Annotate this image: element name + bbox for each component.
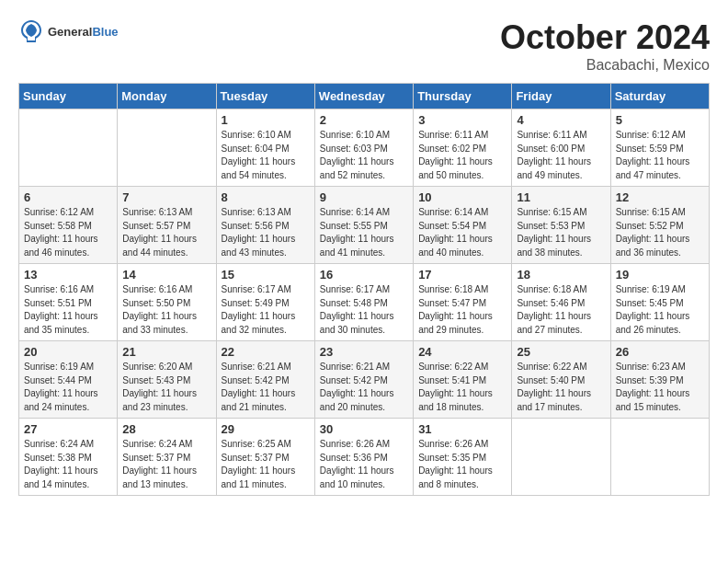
calendar-cell: 4Sunrise: 6:11 AM Sunset: 6:00 PM Daylig… (512, 109, 610, 187)
month-title: October 2024 (500, 18, 710, 57)
cell-content: Sunrise: 6:12 AM Sunset: 5:59 PM Dayligh… (616, 129, 704, 182)
header-day: Tuesday (216, 84, 314, 109)
day-number: 25 (517, 345, 605, 359)
header-day: Friday (512, 84, 610, 109)
calendar-cell: 22Sunrise: 6:21 AM Sunset: 5:42 PM Dayli… (216, 341, 314, 419)
cell-content: Sunrise: 6:10 AM Sunset: 6:04 PM Dayligh… (222, 129, 310, 182)
title-block: October 2024 Bacabachi, Mexico (500, 18, 710, 74)
calendar-cell: 9Sunrise: 6:14 AM Sunset: 5:55 PM Daylig… (314, 187, 413, 264)
header-day: Wednesday (314, 84, 413, 109)
cell-content: Sunrise: 6:18 AM Sunset: 5:46 PM Dayligh… (517, 283, 605, 337)
calendar-cell: 20Sunrise: 6:19 AM Sunset: 5:44 PM Dayli… (19, 341, 118, 419)
day-number: 7 (122, 190, 210, 204)
cell-content: Sunrise: 6:23 AM Sunset: 5:39 PM Dayligh… (616, 361, 704, 414)
cell-content: Sunrise: 6:14 AM Sunset: 5:54 PM Dayligh… (418, 206, 506, 259)
calendar-cell: 31Sunrise: 6:26 AM Sunset: 5:35 PM Dayli… (414, 419, 512, 496)
calendar-cell: 5Sunrise: 6:12 AM Sunset: 5:59 PM Daylig… (610, 109, 709, 187)
cell-content: Sunrise: 6:21 AM Sunset: 5:42 PM Dayligh… (320, 361, 408, 414)
cell-content: Sunrise: 6:15 AM Sunset: 5:52 PM Dayligh… (616, 206, 704, 259)
day-number: 26 (616, 345, 704, 359)
calendar-cell: 14Sunrise: 6:16 AM Sunset: 5:50 PM Dayli… (118, 264, 216, 341)
calendar-week-row: 20Sunrise: 6:19 AM Sunset: 5:44 PM Dayli… (19, 341, 710, 419)
page-header: GeneralBlue October 2024 Bacabachi, Mexi… (18, 18, 710, 74)
calendar-week-row: 1Sunrise: 6:10 AM Sunset: 6:04 PM Daylig… (19, 109, 710, 187)
cell-content: Sunrise: 6:26 AM Sunset: 5:35 PM Dayligh… (418, 438, 506, 491)
day-number: 5 (616, 113, 704, 127)
calendar-cell: 15Sunrise: 6:17 AM Sunset: 5:49 PM Dayli… (216, 264, 314, 341)
day-number: 23 (320, 345, 408, 359)
calendar-header: SundayMondayTuesdayWednesdayThursdayFrid… (19, 84, 710, 109)
day-number: 21 (122, 345, 210, 359)
cell-content: Sunrise: 6:26 AM Sunset: 5:36 PM Dayligh… (320, 438, 408, 491)
calendar-cell: 28Sunrise: 6:24 AM Sunset: 5:37 PM Dayli… (118, 419, 216, 496)
cell-content: Sunrise: 6:10 AM Sunset: 6:03 PM Dayligh… (320, 129, 408, 182)
header-day: Monday (118, 84, 216, 109)
cell-content: Sunrise: 6:16 AM Sunset: 5:50 PM Dayligh… (122, 283, 210, 337)
cell-content: Sunrise: 6:22 AM Sunset: 5:40 PM Dayligh… (517, 361, 605, 414)
cell-content: Sunrise: 6:24 AM Sunset: 5:38 PM Dayligh… (24, 438, 112, 491)
logo: GeneralBlue (18, 18, 119, 44)
calendar-cell: 19Sunrise: 6:19 AM Sunset: 5:45 PM Dayli… (610, 264, 709, 341)
calendar-week-row: 6Sunrise: 6:12 AM Sunset: 5:58 PM Daylig… (19, 187, 710, 264)
calendar-cell (512, 419, 610, 496)
day-number: 24 (418, 345, 506, 359)
calendar-table: SundayMondayTuesdayWednesdayThursdayFrid… (18, 83, 710, 496)
calendar-cell: 25Sunrise: 6:22 AM Sunset: 5:40 PM Dayli… (512, 341, 610, 419)
cell-content: Sunrise: 6:25 AM Sunset: 5:37 PM Dayligh… (222, 438, 310, 491)
calendar-cell: 12Sunrise: 6:15 AM Sunset: 5:52 PM Dayli… (610, 187, 709, 264)
day-number: 13 (24, 268, 112, 282)
calendar-cell: 6Sunrise: 6:12 AM Sunset: 5:58 PM Daylig… (19, 187, 118, 264)
calendar-cell: 13Sunrise: 6:16 AM Sunset: 5:51 PM Dayli… (19, 264, 118, 341)
cell-content: Sunrise: 6:13 AM Sunset: 5:56 PM Dayligh… (222, 206, 310, 259)
calendar-week-row: 13Sunrise: 6:16 AM Sunset: 5:51 PM Dayli… (19, 264, 710, 341)
cell-content: Sunrise: 6:24 AM Sunset: 5:37 PM Dayligh… (122, 438, 210, 491)
calendar-cell: 26Sunrise: 6:23 AM Sunset: 5:39 PM Dayli… (610, 341, 709, 419)
header-day: Saturday (610, 84, 709, 109)
calendar-cell: 3Sunrise: 6:11 AM Sunset: 6:02 PM Daylig… (414, 109, 512, 187)
calendar-cell: 2Sunrise: 6:10 AM Sunset: 6:03 PM Daylig… (314, 109, 413, 187)
location: Bacabachi, Mexico (500, 57, 710, 74)
calendar-cell: 23Sunrise: 6:21 AM Sunset: 5:42 PM Dayli… (314, 341, 413, 419)
day-number: 10 (418, 190, 506, 204)
header-row: SundayMondayTuesdayWednesdayThursdayFrid… (19, 84, 710, 109)
calendar-cell: 8Sunrise: 6:13 AM Sunset: 5:56 PM Daylig… (216, 187, 314, 264)
day-number: 15 (222, 268, 310, 282)
logo-icon (18, 18, 44, 44)
day-number: 30 (320, 422, 408, 436)
day-number: 20 (24, 345, 112, 359)
header-day: Sunday (19, 84, 118, 109)
day-number: 22 (222, 345, 310, 359)
cell-content: Sunrise: 6:17 AM Sunset: 5:48 PM Dayligh… (320, 283, 408, 337)
day-number: 28 (122, 422, 210, 436)
cell-content: Sunrise: 6:11 AM Sunset: 6:00 PM Dayligh… (517, 129, 605, 182)
day-number: 18 (517, 268, 605, 282)
calendar-cell: 18Sunrise: 6:18 AM Sunset: 5:46 PM Dayli… (512, 264, 610, 341)
day-number: 14 (122, 268, 210, 282)
day-number: 11 (517, 190, 605, 204)
calendar-cell: 7Sunrise: 6:13 AM Sunset: 5:57 PM Daylig… (118, 187, 216, 264)
calendar-cell (610, 419, 709, 496)
day-number: 4 (517, 113, 605, 127)
cell-content: Sunrise: 6:17 AM Sunset: 5:49 PM Dayligh… (222, 283, 310, 337)
day-number: 1 (222, 113, 310, 127)
day-number: 17 (418, 268, 506, 282)
day-number: 12 (616, 190, 704, 204)
calendar-cell: 24Sunrise: 6:22 AM Sunset: 5:41 PM Dayli… (414, 341, 512, 419)
cell-content: Sunrise: 6:14 AM Sunset: 5:55 PM Dayligh… (320, 206, 408, 259)
calendar-cell: 27Sunrise: 6:24 AM Sunset: 5:38 PM Dayli… (19, 419, 118, 496)
calendar-cell (19, 109, 118, 187)
cell-content: Sunrise: 6:12 AM Sunset: 5:58 PM Dayligh… (24, 206, 112, 259)
cell-content: Sunrise: 6:18 AM Sunset: 5:47 PM Dayligh… (418, 283, 506, 337)
calendar-cell: 1Sunrise: 6:10 AM Sunset: 6:04 PM Daylig… (216, 109, 314, 187)
cell-content: Sunrise: 6:21 AM Sunset: 5:42 PM Dayligh… (222, 361, 310, 414)
calendar-cell: 29Sunrise: 6:25 AM Sunset: 5:37 PM Dayli… (216, 419, 314, 496)
cell-content: Sunrise: 6:15 AM Sunset: 5:53 PM Dayligh… (517, 206, 605, 259)
calendar-cell: 11Sunrise: 6:15 AM Sunset: 5:53 PM Dayli… (512, 187, 610, 264)
day-number: 8 (222, 190, 310, 204)
calendar-cell: 30Sunrise: 6:26 AM Sunset: 5:36 PM Dayli… (314, 419, 413, 496)
day-number: 6 (24, 190, 112, 204)
cell-content: Sunrise: 6:19 AM Sunset: 5:44 PM Dayligh… (24, 361, 112, 414)
calendar-cell: 10Sunrise: 6:14 AM Sunset: 5:54 PM Dayli… (414, 187, 512, 264)
day-number: 19 (616, 268, 704, 282)
calendar-cell: 16Sunrise: 6:17 AM Sunset: 5:48 PM Dayli… (314, 264, 413, 341)
